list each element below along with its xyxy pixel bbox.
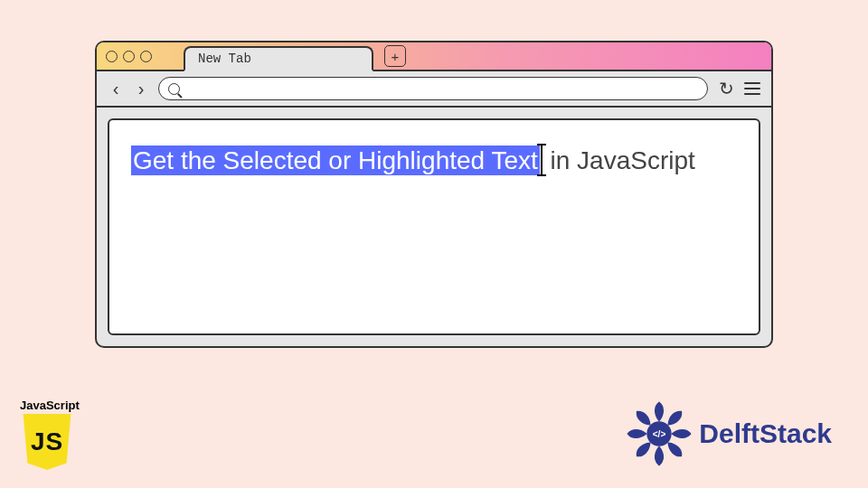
plus-icon: + — [392, 50, 400, 63]
javascript-badge: JavaScript JS — [20, 399, 85, 470]
forward-button[interactable]: › — [133, 79, 149, 99]
svg-point-1 — [657, 406, 661, 409]
window-controls — [106, 51, 152, 62]
text-cursor-icon — [541, 145, 542, 174]
reload-button[interactable]: ↻ — [717, 80, 735, 98]
minimize-window-icon[interactable] — [123, 51, 135, 62]
mandala-icon: </> — [627, 401, 692, 466]
javascript-label: JavaScript — [20, 399, 85, 412]
tab-label: New Tab — [198, 52, 251, 66]
close-window-icon[interactable] — [106, 51, 118, 62]
unhighlighted-text: in JavaScript — [543, 146, 695, 174]
delftstack-text: DelftStack — [699, 418, 832, 449]
javascript-shield-icon: JS — [20, 414, 74, 470]
tab-new[interactable]: New Tab — [184, 46, 373, 71]
new-tab-button[interactable]: + — [384, 45, 406, 67]
search-icon — [168, 83, 180, 95]
titlebar: New Tab + — [97, 42, 771, 71]
toolbar: ‹ › ↻ — [97, 71, 771, 108]
browser-window: New Tab + ‹ › ↻ Get the Selected or High… — [95, 41, 773, 348]
delftstack-logo: </> DelftStack — [627, 401, 832, 466]
back-button[interactable]: ‹ — [108, 79, 124, 99]
address-bar[interactable] — [158, 77, 708, 100]
maximize-window-icon[interactable] — [140, 51, 152, 62]
article-title[interactable]: Get the Selected or Highlighted Text in … — [131, 140, 737, 180]
highlighted-text: Get the Selected or Highlighted Text — [131, 145, 540, 175]
content-area: Get the Selected or Highlighted Text in … — [108, 118, 760, 335]
svg-text:</>: </> — [653, 429, 666, 439]
menu-button[interactable] — [744, 82, 760, 95]
